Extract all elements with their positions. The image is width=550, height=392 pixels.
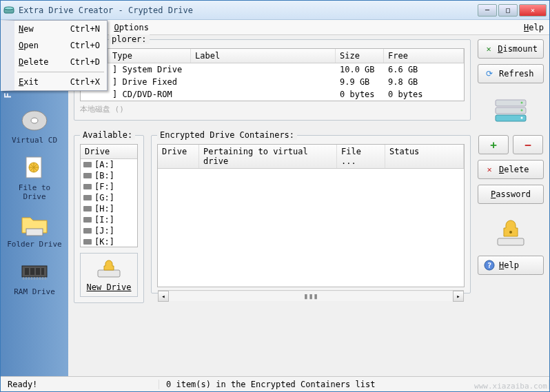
refresh-button[interactable]: ⟳Refresh: [478, 64, 544, 83]
help-button[interactable]: ?Help: [478, 256, 544, 275]
remove-button[interactable]: −: [513, 135, 543, 154]
explorer-row: plorer: Type Label Size Free ] System Dr…: [74, 39, 544, 130]
list-item[interactable]: [J:]: [81, 225, 137, 236]
horizontal-scrollbar[interactable]: ◂ ▮▮▮ ▸: [158, 290, 464, 301]
encrypted-actions: + − ✕Delete Password ?Help: [478, 135, 544, 275]
password-button[interactable]: Password: [478, 185, 544, 204]
svg-rect-11: [41, 268, 44, 275]
list-item[interactable]: [G:]: [81, 192, 137, 203]
menu-exit[interactable]: ExitCtrl+X: [14, 74, 107, 90]
explorer-table[interactable]: Type Label Size Free ] System Drive10.0 …: [80, 48, 465, 101]
col-status[interactable]: Status: [385, 145, 464, 168]
menu-delete[interactable]: DeleteCtrl+D: [14, 54, 107, 70]
col-free[interactable]: Free: [384, 49, 464, 63]
drive-icon: [83, 195, 92, 200]
window-controls: ─ □ ✕: [478, 4, 547, 17]
drive-icon: [83, 239, 92, 245]
drive-icon: [83, 173, 92, 178]
status-ready: Ready!: [1, 380, 159, 389]
svg-rect-18: [98, 270, 120, 277]
explorer-actions: ✕Dismount ⟳Refresh: [478, 39, 544, 130]
drive-icon: [83, 217, 92, 223]
col-size[interactable]: Size: [336, 49, 384, 63]
menu-options[interactable]: Options: [108, 20, 154, 34]
obscured-text: 本地磁盘 (): [80, 104, 465, 114]
delete-button[interactable]: ✕Delete: [478, 160, 544, 179]
file-dropdown: NewCtrl+N OpenCtrl+O DeleteCtrl+D ExitCt…: [1, 20, 108, 91]
sidebar-item-folder-drive[interactable]: Folder Drive: [5, 208, 64, 251]
drive-icon: [83, 206, 92, 212]
titlebar: Extra Drive Creator - Crypted Drive ─ □ …: [1, 1, 549, 20]
folder-drive-icon: [18, 211, 51, 238]
svg-point-16: [521, 110, 523, 112]
statusbar: Ready! 0 item(s) in the Encrypted Contai…: [1, 376, 549, 391]
table-row[interactable]: ] CD/DVD-ROM0 bytes0 bytes: [81, 88, 464, 101]
col-label[interactable]: Label: [191, 49, 336, 63]
explorer-title: plorer:: [109, 34, 150, 44]
list-item[interactable]: [K:]: [81, 236, 137, 247]
svg-rect-6: [26, 229, 43, 236]
col-type[interactable]: Type: [108, 49, 191, 63]
sidebar-item-ram-drive[interactable]: RAM Drive: [5, 256, 64, 299]
lower-row: Available: Drive [A:][B:][F:][G:][H:][I:…: [74, 135, 544, 376]
file-gear-icon: [18, 154, 51, 182]
available-group: Available: Drive [A:][B:][F:][G:][H:][I:…: [74, 135, 144, 303]
menu-new[interactable]: NewCtrl+N: [14, 21, 107, 37]
minus-icon: −: [524, 138, 531, 152]
list-item[interactable]: [H:]: [81, 203, 137, 214]
new-drive-button[interactable]: New Drive: [80, 253, 138, 297]
encrypted-table[interactable]: Drive Pertaining to virtual drive File .…: [157, 144, 465, 287]
scroll-right-icon[interactable]: ▸: [453, 291, 464, 302]
table-row[interactable]: ] Drive Fixed9.9 GB9.8 GB: [81, 76, 464, 88]
maximize-button[interactable]: □: [498, 4, 518, 17]
svg-text:?: ?: [487, 261, 492, 270]
col-pertaining[interactable]: Pertaining to virtual drive: [199, 145, 337, 168]
list-item[interactable]: [I:]: [81, 214, 137, 225]
drive-icon: [83, 184, 92, 189]
menu-help[interactable]: Help: [518, 20, 549, 34]
dismount-button[interactable]: ✕Dismount: [478, 39, 544, 59]
new-drive-icon: [95, 258, 123, 280]
explorer-group: plorer: Type Label Size Free ] System Dr…: [74, 39, 471, 121]
dismount-icon: ✕: [484, 43, 493, 54]
window-title: Extra Drive Creator - Crypted Drive: [19, 6, 478, 15]
encrypted-group: Encrypted Drive Containers: Drive Pertai…: [151, 135, 471, 293]
help-icon: ?: [484, 260, 495, 271]
app-icon: [3, 5, 14, 16]
plus-icon: +: [490, 138, 497, 152]
cd-icon: [18, 107, 51, 134]
minimize-button[interactable]: ─: [478, 4, 497, 17]
encrypted-title: Encrypted Drive Containers:: [157, 130, 297, 140]
svg-point-17: [521, 117, 523, 119]
available-title: Available:: [80, 130, 135, 140]
available-header[interactable]: Drive: [81, 145, 137, 159]
available-list[interactable]: Drive [A:][B:][F:][G:][H:][I:][J:][K:][L…: [80, 144, 138, 247]
list-item[interactable]: [B:]: [81, 170, 137, 181]
refresh-icon: ⟳: [484, 68, 495, 79]
svg-point-3: [31, 118, 38, 123]
table-row[interactable]: ] System Drive10.0 GB6.6 GB: [81, 63, 464, 76]
list-item[interactable]: [F:]: [81, 181, 137, 192]
app-window: Extra Drive Creator - Crypted Drive ─ □ …: [0, 0, 550, 392]
drive-icon: [83, 228, 92, 234]
svg-point-20: [509, 231, 512, 234]
delete-icon: ✕: [484, 164, 495, 175]
content-area: File Virtual CD File to Drive Folder Dri…: [1, 35, 549, 376]
list-item[interactable]: [A:]: [81, 159, 137, 170]
lock-drive-icon: [493, 218, 528, 250]
ram-icon: [18, 258, 51, 286]
sidebar-item-virtual-cd[interactable]: Virtual CD: [5, 104, 64, 147]
sidebar-item-file-to-drive[interactable]: File to Drive: [5, 152, 64, 204]
drive-icon: [83, 162, 92, 167]
menu-open[interactable]: OpenCtrl+O: [14, 37, 107, 54]
svg-rect-8: [25, 268, 29, 275]
close-button[interactable]: ✕: [519, 4, 547, 17]
svg-rect-10: [36, 268, 40, 275]
col-drive[interactable]: Drive: [158, 145, 199, 168]
add-button[interactable]: +: [478, 135, 509, 154]
scroll-left-icon[interactable]: ◂: [158, 291, 169, 302]
main-panel: NewCtrl+N OpenCtrl+O DeleteCtrl+D ExitCt…: [68, 35, 549, 376]
col-file[interactable]: File ...: [337, 145, 385, 168]
status-items: 0 item(s) in the Encrypted Containers li…: [159, 380, 549, 389]
svg-point-15: [521, 102, 523, 104]
